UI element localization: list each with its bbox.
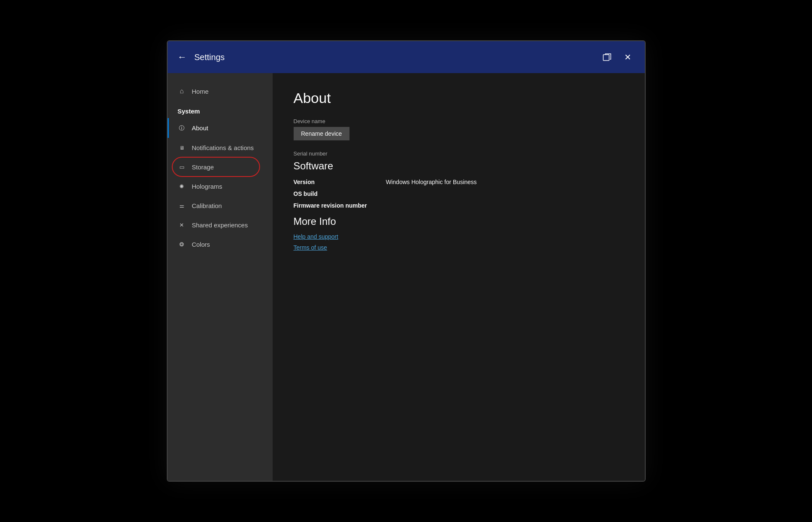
firmware-label: Firmware revision number [294,202,386,209]
serial-number-label: Serial number [294,150,624,157]
version-value: Windows Holographic for Business [386,179,477,185]
sidebar-item-home-label: Home [192,88,209,95]
holograms-icon [178,182,186,190]
sidebar-item-colors-label: Colors [192,241,210,248]
content-panel: About Device name Rename device Serial n… [273,73,645,481]
terms-of-use-link[interactable]: Terms of use [294,244,624,251]
sidebar-section-system: System [168,101,273,118]
sidebar-item-storage-label: Storage [192,163,214,171]
back-button[interactable]: ← [178,52,187,63]
more-info-section-title: More Info [294,216,624,227]
device-name-label: Device name [294,118,624,124]
home-icon [178,87,186,95]
page-title: About [294,90,624,106]
sidebar-item-about-label: About [192,124,208,132]
titlebar: ← Settings ✕ [168,41,645,73]
help-support-link[interactable]: Help and support [294,233,624,240]
sidebar-item-calibration-label: Calibration [192,202,222,209]
os-build-label: OS build [294,190,386,197]
main-area: Home System About Notifications & action… [168,73,645,481]
sidebar-item-about[interactable]: About [168,118,273,138]
window-controls: ✕ [600,50,635,64]
version-label: Version [294,179,386,185]
sidebar-item-holograms[interactable]: Holograms [168,177,273,196]
sidebar-item-home[interactable]: Home [168,82,273,101]
settings-window: ← Settings ✕ Home System [167,40,646,482]
sidebar-item-colors[interactable]: Colors [168,235,273,254]
restore-icon [602,53,612,62]
rename-device-button[interactable]: Rename device [294,127,350,140]
sidebar-item-calibration[interactable]: Calibration [168,196,273,215]
storage-icon [178,163,186,171]
sidebar-item-storage[interactable]: Storage [168,157,273,177]
os-build-row: OS build [294,190,624,197]
window-title: Settings [194,53,600,62]
sidebar-item-shared-label: Shared experiences [192,221,248,229]
about-icon [178,124,186,132]
sidebar-item-notifications[interactable]: Notifications & actions [168,138,273,157]
sidebar-item-shared[interactable]: Shared experiences [168,215,273,235]
sidebar: Home System About Notifications & action… [168,73,273,481]
notifications-icon [178,144,186,151]
back-icon: ← [178,52,187,62]
version-row: Version Windows Holographic for Business [294,179,624,185]
software-section-title: Software [294,160,624,172]
svg-rect-0 [603,55,609,61]
close-icon: ✕ [624,52,631,62]
calibration-icon [178,202,186,209]
firmware-row: Firmware revision number [294,202,624,209]
sidebar-item-notifications-label: Notifications & actions [192,144,254,151]
restore-button[interactable] [600,50,614,64]
sidebar-item-holograms-label: Holograms [192,183,223,190]
colors-icon [178,240,186,248]
shared-icon [178,221,186,229]
close-button[interactable]: ✕ [621,50,635,64]
